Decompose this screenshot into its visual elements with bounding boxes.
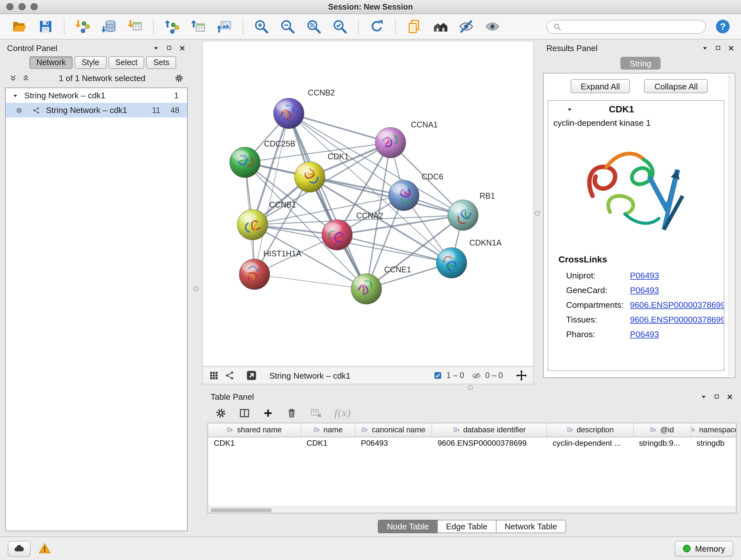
window-close-button[interactable] <box>6 3 13 10</box>
network-collection-row[interactable]: String Network – cdk1 1 <box>6 88 187 103</box>
hide-graphics-button[interactable] <box>456 16 477 37</box>
crosslink-pharos-link[interactable]: P06493 <box>630 329 659 339</box>
network-node-CDC25B[interactable] <box>230 147 260 178</box>
expand-all-networks-icon[interactable] <box>22 74 30 82</box>
table-cell[interactable]: CDK1 <box>301 437 355 449</box>
tab-sets[interactable]: Sets <box>146 56 177 69</box>
column-header--id[interactable]: @id <box>633 423 690 437</box>
zoom-fit-button[interactable] <box>303 16 324 37</box>
import-table-file-button[interactable] <box>125 16 145 37</box>
gene-section-header[interactable]: CDK1 <box>548 101 724 118</box>
panel-menu-icon[interactable] <box>152 44 159 51</box>
export-image-button[interactable] <box>214 16 235 37</box>
collapse-all-button[interactable]: Collapse All <box>644 79 708 93</box>
birdseye-view-icon[interactable] <box>209 370 219 381</box>
open-session-button[interactable] <box>9 16 30 37</box>
zoom-selected-button[interactable] <box>329 16 350 37</box>
table-float-icon[interactable] <box>714 393 720 400</box>
crosslink-tissues-link[interactable]: 9606.ENSP00000378699 <box>630 315 724 324</box>
table-cell[interactable]: CDK1 <box>208 437 301 449</box>
tab-string[interactable]: String <box>620 57 661 70</box>
export-table-button[interactable] <box>188 16 209 37</box>
column-header-database-identifier[interactable]: database identifier <box>432 423 547 437</box>
cloud-status-button[interactable] <box>8 541 30 557</box>
collection-expand-caret-icon[interactable] <box>12 92 18 99</box>
delete-column-icon[interactable] <box>286 408 297 419</box>
column-header-namespace[interactable]: namespace <box>691 423 737 437</box>
tab-network-table[interactable]: Network Table <box>495 520 566 533</box>
table-close-icon[interactable] <box>726 393 733 400</box>
network-node-CCNB2[interactable] <box>273 98 304 129</box>
save-session-button[interactable] <box>35 16 56 37</box>
selected-nodes-checkbox-icon[interactable] <box>434 371 443 380</box>
network-node-CCNA1[interactable] <box>375 127 406 158</box>
refresh-layout-button[interactable] <box>366 16 387 37</box>
column-header-canonical-name[interactable]: canonical name <box>355 423 432 437</box>
tab-style[interactable]: Style <box>75 56 107 69</box>
tab-edge-table[interactable]: Edge Table <box>437 520 496 533</box>
network-node-RB1[interactable] <box>448 200 478 231</box>
results-close-icon[interactable] <box>728 44 735 51</box>
network-row[interactable]: String Network – cdk1 11 48 <box>6 103 187 118</box>
table-cell[interactable]: stringdb:9... <box>633 437 690 449</box>
crosslink-uniprot-link[interactable]: P06493 <box>630 271 659 280</box>
table-settings-gear-icon[interactable] <box>215 408 226 419</box>
table-row[interactable]: CDK1CDK1P064939606.ENSP00000378699cyclin… <box>208 437 737 449</box>
network-node-CCNE1[interactable] <box>351 273 382 304</box>
column-header-description[interactable]: description <box>547 423 633 437</box>
import-network-file-button[interactable] <box>72 16 93 37</box>
fit-selected-icon[interactable] <box>516 370 527 381</box>
table-cell[interactable]: P06493 <box>355 437 432 449</box>
home-view-button[interactable] <box>429 16 451 37</box>
network-node-CCNB1[interactable] <box>238 209 268 240</box>
crosslink-genecard-link[interactable]: P06493 <box>630 286 659 295</box>
splitter-handle-left[interactable] <box>193 286 199 291</box>
network-node-CDC6[interactable] <box>389 180 419 211</box>
network-edge[interactable] <box>289 113 391 143</box>
results-float-icon[interactable] <box>715 45 721 51</box>
export-network-button[interactable] <box>161 16 183 37</box>
network-node-CDKN1A[interactable] <box>436 247 467 278</box>
network-options-gear-icon[interactable] <box>174 73 184 83</box>
window-zoom-button[interactable] <box>30 3 38 10</box>
table-cell[interactable]: 9606.ENSP00000378699 <box>432 437 547 449</box>
table-cell[interactable]: stringdb <box>691 437 737 449</box>
network-overview-icon[interactable] <box>225 370 235 381</box>
column-header-shared-name[interactable]: shared name <box>208 423 301 437</box>
table-menu-icon[interactable] <box>700 393 707 400</box>
import-network-database-button[interactable] <box>98 16 119 37</box>
tab-node-table[interactable]: Node Table <box>378 520 437 533</box>
splitter-handle-right[interactable] <box>535 211 540 216</box>
tab-network[interactable]: Network <box>29 56 73 69</box>
network-canvas[interactable]: CCNB2CCNA1CDC25BCDK1CDC6RB1CCNB1CCNA2CDK… <box>202 41 534 367</box>
network-edge[interactable] <box>289 113 366 289</box>
add-column-icon[interactable] <box>262 408 274 419</box>
detach-view-icon[interactable] <box>246 370 257 381</box>
duplicate-document-button[interactable] <box>403 16 424 37</box>
results-menu-icon[interactable] <box>701 44 709 51</box>
show-columns-icon[interactable] <box>239 408 250 419</box>
table-cell[interactable]: cyclin-dependent ... <box>547 437 633 449</box>
network-node-CDK1[interactable] <box>294 162 325 192</box>
tab-select[interactable]: Select <box>108 56 145 69</box>
network-node-CCNA2[interactable] <box>322 220 353 250</box>
help-button[interactable]: ? <box>715 18 731 35</box>
search-input[interactable] <box>565 22 699 31</box>
memory-button[interactable]: Memory <box>675 541 733 557</box>
panel-float-icon[interactable] <box>166 45 172 51</box>
show-graphics-button[interactable] <box>482 16 503 37</box>
warning-icon[interactable] <box>38 542 51 555</box>
gene-collapse-caret-icon[interactable] <box>566 106 573 113</box>
window-minimize-button[interactable] <box>18 3 25 10</box>
splitter-handle-bottom[interactable] <box>468 385 473 390</box>
collapse-all-networks-icon[interactable] <box>9 74 17 82</box>
results-scrollbar[interactable] <box>728 75 733 376</box>
column-header-name[interactable]: name <box>301 423 355 437</box>
search-box[interactable] <box>546 19 706 34</box>
crosslink-compartments-link[interactable]: 9606.ENSP00000378699 <box>630 300 724 310</box>
panel-close-icon[interactable] <box>179 44 186 51</box>
network-edge[interactable] <box>254 274 366 289</box>
network-node-HIST1H1A[interactable] <box>239 259 270 290</box>
zoom-in-button[interactable] <box>251 16 272 37</box>
scrollbar-thumb[interactable] <box>211 508 272 512</box>
